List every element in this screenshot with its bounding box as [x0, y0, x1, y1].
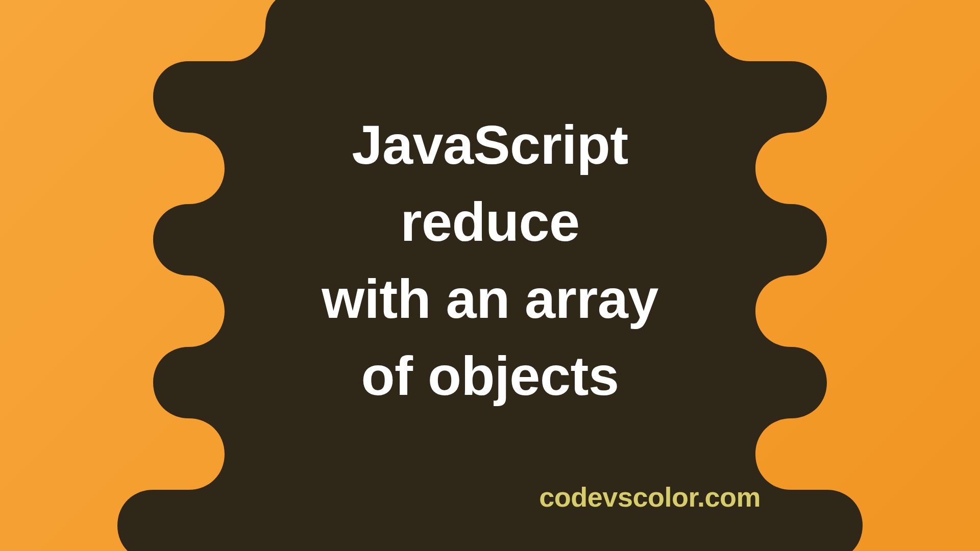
title-line-1: JavaScript — [0, 106, 980, 183]
footer-site: codevscolor.com — [539, 481, 761, 513]
title-text: JavaScript reduce with an array of objec… — [0, 106, 980, 415]
footer: codevscolor.com — [539, 481, 761, 513]
title-line-3: with an array — [0, 260, 980, 337]
banner-canvas: JavaScript reduce with an array of objec… — [0, 0, 980, 551]
title-line-4: of objects — [0, 337, 980, 414]
title-block: JavaScript reduce with an array of objec… — [0, 137, 980, 415]
title-line-2: reduce — [0, 183, 980, 260]
